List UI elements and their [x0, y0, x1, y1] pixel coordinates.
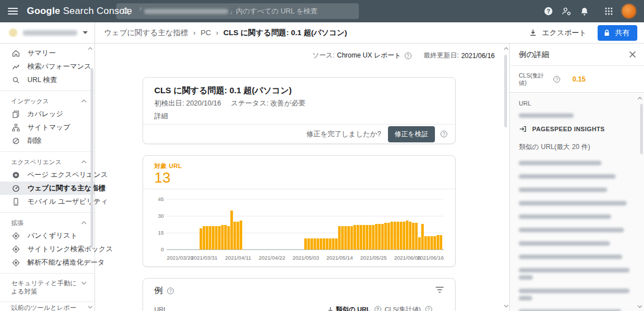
sidebar-item-mobile-usability[interactable]: モバイル ユーザビリティ: [0, 195, 94, 208]
property-selector[interactable]: [0, 22, 94, 44]
sidebar-item-unparsable-structured-data[interactable]: 解析不能な構造化データ: [0, 256, 94, 269]
panel-scroll-up-icon[interactable]: [637, 97, 642, 100]
redacted-similar-url[interactable]: [519, 210, 635, 223]
notifications-bell-icon[interactable]: [576, 3, 593, 20]
redacted-similar-url[interactable]: [519, 170, 635, 183]
sidebar-section-index[interactable]: インデックス: [0, 95, 94, 107]
redacted-similar-url[interactable]: [519, 250, 635, 264]
panel-title: 例の詳細: [519, 50, 629, 60]
sitemap-icon: [11, 123, 20, 132]
sidebar-item-sitelinks-searchbox[interactable]: サイトリンク検索ボックス: [0, 242, 94, 256]
svg-text:2021/04/22: 2021/04/22: [259, 255, 286, 261]
sidebar-scroll-down-icon[interactable]: [88, 305, 93, 309]
redacted-similar-url[interactable]: [519, 223, 635, 237]
examples-table-header: URL 類似の URL ? CLS(集計値) ?: [143, 302, 455, 311]
redacted-example-url[interactable]: [519, 113, 574, 118]
validate-fix-button[interactable]: 修正を検証: [388, 126, 435, 142]
sidebar-item-coverage[interactable]: カバレッジ: [0, 107, 94, 121]
sidebar-section-security[interactable]: セキュリティと手動による対策: [0, 277, 94, 298]
main-scrollbar[interactable]: [503, 44, 509, 311]
search-icon: [122, 7, 130, 16]
redacted-url-bar: [519, 241, 610, 246]
panel-scroll-down-icon[interactable]: [637, 305, 642, 308]
examples-help-icon[interactable]: ?: [167, 288, 174, 294]
column-url[interactable]: URL: [154, 306, 167, 311]
download-icon: [529, 28, 537, 37]
chevron-up-icon: [81, 160, 87, 164]
redacted-similar-url[interactable]: [519, 156, 635, 170]
sidebar-section-experience[interactable]: エクスペリエンス: [0, 156, 94, 168]
svg-text:2021/04/11: 2021/04/11: [225, 255, 251, 261]
sidebar-item-page-experience[interactable]: ページ エクスペリエンス: [0, 168, 94, 181]
redacted-url-bar: [519, 255, 622, 259]
cls-help-icon[interactable]: ?: [425, 306, 432, 311]
avatar[interactable]: [622, 4, 636, 18]
column-cls-value[interactable]: CLS(集計値) ?: [385, 305, 432, 311]
issue-card-footer: 修正を完了しましたか? 修正を検証 ?: [143, 124, 455, 143]
validate-help-icon[interactable]: ?: [441, 131, 447, 137]
svg-text:2021/05/03: 2021/05/03: [292, 255, 319, 261]
breadcrumb-core-web-vitals[interactable]: ウェブに関する主な指標: [104, 28, 188, 38]
redacted-url-bar: [519, 174, 615, 179]
svg-text:0: 0: [161, 246, 164, 252]
main-scroll-down-icon[interactable]: [504, 304, 509, 308]
updated-value: 2021/06/16: [461, 52, 495, 60]
redacted-similar-url[interactable]: [519, 197, 635, 210]
open-in-pagespeed-icon: [519, 125, 527, 133]
sidebar-item-removals[interactable]: 削除: [0, 134, 94, 147]
main-scroll-up-icon[interactable]: [504, 47, 509, 50]
close-icon[interactable]: [629, 51, 636, 58]
redacted-similar-url[interactable]: [519, 237, 635, 250]
redacted-url-bar: [519, 214, 611, 219]
redacted-url-bar: [519, 201, 627, 205]
url-inspect-search-input[interactable]: 「」内のすべての URL を検査: [116, 3, 359, 19]
redacted-url-bar: [519, 275, 533, 280]
issue-meta: 初検出日: 2020/10/16 ステータス: 改善が必要: [154, 99, 305, 108]
apps-grid-icon[interactable]: [600, 3, 617, 20]
export-button[interactable]: エクスポート: [523, 25, 592, 41]
cls-aggregate-help-icon[interactable]: ?: [553, 76, 560, 83]
sidebar-scrollbar-thumb[interactable]: [91, 68, 93, 248]
redacted-similar-url[interactable]: [519, 284, 635, 305]
breadcrumb-pc[interactable]: PC: [201, 28, 211, 37]
caret-down-icon: [83, 31, 88, 34]
sidebar-item-summary[interactable]: サマリー: [0, 46, 94, 60]
sidebar-item-sitemaps[interactable]: サイトマップ: [0, 121, 94, 134]
main-scrollbar-thumb[interactable]: [504, 55, 507, 127]
svg-text:2021/03/20: 2021/03/20: [167, 255, 193, 261]
sidebar-section-legacy[interactable]: 以前のツールとレポート: [0, 306, 94, 311]
sidebar-item-core-web-vitals[interactable]: ウェブに関する主な指標: [0, 181, 94, 195]
divider: [0, 212, 94, 213]
affected-urls-count: 13: [154, 169, 171, 186]
topbar-actions: ?: [540, 0, 640, 22]
share-button[interactable]: 共有: [598, 25, 637, 41]
svg-text:?: ?: [547, 8, 550, 15]
panel-scrollbar-thumb[interactable]: [640, 104, 643, 154]
user-settings-icon[interactable]: [558, 3, 575, 20]
details-link[interactable]: 詳細: [154, 112, 168, 121]
property-favicon: [9, 28, 17, 37]
svg-text:2021/03/31: 2021/03/31: [191, 255, 218, 261]
sidebar: サマリー URL 検査 検索パフォーマンス URL 検査 インデックス カバレッ…: [0, 22, 95, 311]
menu-icon[interactable]: [8, 8, 18, 15]
help-icon[interactable]: ?: [540, 3, 557, 20]
sidebar-section-enhancements[interactable]: 拡張: [0, 217, 94, 229]
issue-title: CLS に関する問題: 0.1 超(パソコン): [154, 85, 292, 96]
filter-icon[interactable]: [435, 286, 444, 293]
sidebar-nav: サマリー URL 検査 検索パフォーマンス URL 検査 インデックス カバレッ…: [0, 44, 94, 311]
column-similar-urls[interactable]: 類似の URL ?: [328, 305, 381, 311]
sidebar-item-url-inspection[interactable]: URL 検査: [0, 73, 94, 87]
sidebar-scroll-up-icon[interactable]: [88, 47, 93, 50]
sidebar-item-search-performance[interactable]: URL 検査 検索パフォーマンス: [0, 60, 94, 73]
page-experience-icon: [11, 170, 20, 179]
sidebar-item-breadcrumbs[interactable]: パンくずリスト: [0, 229, 94, 242]
similar-urls-help-icon[interactable]: ?: [375, 306, 381, 311]
svg-text:2021/05/14: 2021/05/14: [326, 255, 353, 261]
source-help-icon[interactable]: ?: [405, 52, 411, 59]
redacted-url-bar: [519, 296, 532, 300]
home-icon: [11, 49, 20, 58]
pagespeed-insights-link[interactable]: PAGESPEED INSIGHTS: [519, 125, 635, 133]
redacted-similar-url[interactable]: [519, 264, 635, 284]
redacted-similar-url[interactable]: [519, 183, 635, 197]
redacted-similar-url[interactable]: [519, 305, 635, 311]
